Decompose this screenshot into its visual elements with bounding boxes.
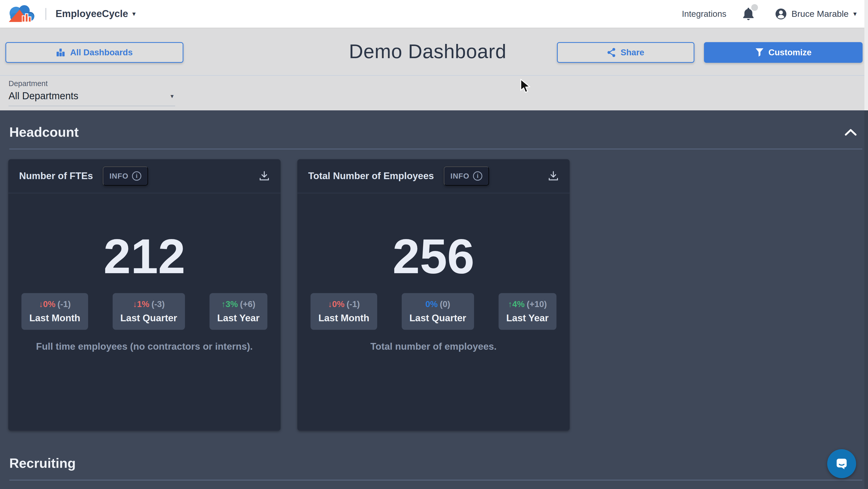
info-label: INFO [451,172,469,180]
trend-percent: 4% [512,299,525,309]
trend-percent: 0% [426,299,438,309]
stat-chip-last-quarter: 0%(0) Last Quarter [402,293,474,330]
metric-value: 256 [297,232,570,281]
metric-value: 212 [8,232,281,281]
chip-label: Last Quarter [409,313,466,324]
card-header: Total Number of Employees INFO i [297,159,570,193]
chevron-up-icon [845,128,857,136]
divider [45,8,46,20]
trend-delta: (+6) [240,299,255,309]
card-number-of-ftes: Number of FTEs INFO i 212 [8,159,281,431]
stat-chip-last-quarter: ↓1%(-3) Last Quarter [113,293,185,330]
stat-chip-last-year: ↑3%(+6) Last Year [210,293,268,330]
filter-funnel-icon [755,48,764,57]
dashboard-body: Headcount Number of FTEs INFO i [0,110,868,489]
all-dashboards-label: All Dashboards [70,48,132,57]
share-label: Share [621,48,644,57]
trend-delta: (-3) [151,299,164,309]
chat-launcher-button[interactable] [827,449,856,478]
chip-label: Last Quarter [120,313,177,324]
brand-name: EmployeeCycle [56,8,128,20]
card-title: Number of FTEs [19,171,93,181]
stat-chips: ↓0%(-1) Last Month ↓1%(-3) Last Quarter … [8,293,281,330]
trend-down-arrow: ↓ [328,299,332,309]
card-header: Number of FTEs INFO i [8,159,281,193]
page-title: Demo Dashboard [349,40,506,63]
user-avatar-icon [775,8,787,20]
chevron-down-icon: ▾ [170,93,174,100]
department-value: All Departments [8,90,78,101]
notification-badge [751,4,758,11]
trend-delta: (0) [440,299,450,309]
customize-label: Customize [769,48,812,57]
cloud-chart-logo-icon [8,4,35,24]
card-description: Total number of employees. [297,341,570,352]
download-icon [548,171,559,181]
stat-chip-last-year: ↑4%(+10) Last Year [499,293,556,330]
headcount-cards: Number of FTEs INFO i 212 [0,149,868,431]
download-icon [259,171,270,181]
info-button[interactable]: INFO i [103,166,148,186]
toolbar-row: All Dashboards Demo Dashboard Share Cust… [0,28,868,63]
share-icon [607,48,616,57]
integrations-link[interactable]: Integrations [682,9,726,19]
card-description: Full time employees (no contractors or i… [8,341,281,352]
trend-down-arrow: ↓ [133,299,137,309]
department-select[interactable]: All Departments ▾ [8,88,175,106]
share-button[interactable]: Share [557,42,694,63]
info-button[interactable]: INFO i [444,166,489,186]
topbar-right: Integrations Bruce Marable ▾ [682,7,857,21]
employeecycle-app: EmployeeCycle ▾ Integrations Bruce Marab… [0,0,868,489]
card-title: Total Number of Employees [308,171,434,181]
user-menu[interactable]: Bruce Marable ▾ [775,8,857,20]
collapse-section-button[interactable] [845,128,857,136]
workspace-switcher[interactable]: EmployeeCycle ▾ [56,8,135,20]
mouse-cursor [520,79,532,93]
info-label: INFO [110,172,128,180]
user-name: Bruce Marable [792,9,848,19]
trend-delta: (-1) [346,299,360,309]
stat-chip-last-month: ↓0%(-1) Last Month [311,293,377,330]
trend-delta: (+10) [527,299,547,309]
chip-label: Last Month [318,313,369,324]
chat-bubble-icon [834,456,849,471]
stat-chips: ↓0%(-1) Last Month 0%(0) Last Quarter ↑4… [297,293,570,330]
section-title-recruiting: Recruiting [9,455,76,471]
stat-chip-last-month: ↓0%(-1) Last Month [22,293,88,330]
department-filter: Department All Departments ▾ [8,79,175,106]
toolbar-divider [0,75,868,76]
info-circle-icon: i [132,171,141,181]
trend-up-arrow: ↑ [508,299,513,309]
info-circle-icon: i [473,171,482,181]
section-divider [9,480,862,481]
chevron-down-icon: ▾ [132,10,135,18]
headcount-section-header: Headcount [0,110,868,140]
trend-percent: 1% [137,299,149,309]
dashboards-icon [56,48,65,57]
chip-label: Last Year [506,313,549,324]
card-total-employees: Total Number of Employees INFO i 256 [297,159,570,431]
scrollbar-track[interactable] [864,110,868,489]
trend-percent: 3% [225,299,238,309]
chip-label: Last Year [217,313,259,324]
scrollbar-thumb[interactable] [864,0,868,110]
trend-delta: (-1) [57,299,70,309]
chip-label: Last Month [29,313,80,324]
chevron-down-icon: ▾ [853,10,857,18]
all-dashboards-button[interactable]: All Dashboards [5,42,183,63]
recruiting-section-header: Recruiting [0,431,868,471]
trend-down-arrow: ↓ [39,299,43,309]
section-title-headcount: Headcount [9,124,79,140]
customize-button[interactable]: Customize [704,42,863,63]
department-label: Department [8,79,175,88]
download-button[interactable] [259,171,270,181]
trend-percent: 0% [43,299,56,309]
top-navigation-bar: EmployeeCycle ▾ Integrations Bruce Marab… [0,0,868,28]
dashboard-toolbar: All Dashboards Demo Dashboard Share Cust… [0,28,868,110]
trend-up-arrow: ↑ [221,299,226,309]
notifications-button[interactable] [742,7,756,21]
download-button[interactable] [548,171,559,181]
trend-percent: 0% [332,299,345,309]
app-logo[interactable] [8,4,35,24]
